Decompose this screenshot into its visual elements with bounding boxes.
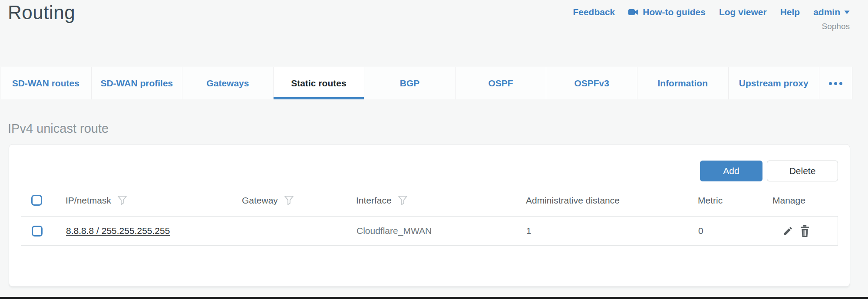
edit-icon[interactable] (782, 226, 793, 237)
video-camera-icon (628, 9, 639, 16)
interface-cell: Cloudflare_MWAN (356, 226, 526, 236)
feedback-link[interactable]: Feedback (573, 7, 615, 17)
tab-label: SD-WAN routes (12, 78, 79, 89)
table-header-row: IP/netmask Gateway Interface (21, 184, 838, 216)
user-menu[interactable]: admin (813, 7, 850, 17)
tab-label: SD-WAN profiles (100, 78, 173, 89)
brand-label: Sophos (822, 22, 850, 31)
filter-icon[interactable] (284, 195, 294, 205)
tab-label: Static routes (291, 78, 346, 89)
admin-distance-cell: 1 (526, 226, 698, 236)
tab-ospf[interactable]: OSPF (455, 67, 546, 99)
add-button[interactable]: Add (700, 161, 762, 181)
tab-gateways[interactable]: Gateways (182, 67, 273, 99)
column-header-manage: Manage (772, 195, 805, 206)
tab-sd-wan-routes[interactable]: SD-WAN routes (0, 67, 91, 99)
user-menu-label: admin (813, 7, 840, 17)
more-tabs-icon (829, 82, 842, 85)
column-header-metric: Metric (698, 195, 723, 206)
trash-icon[interactable] (799, 225, 810, 237)
ip-netmask-link[interactable]: 8.8.8.8 / 255.255.255.255 (66, 226, 170, 236)
column-header-admin-distance: Administrative distance (526, 195, 620, 206)
table-actions: Add Delete (700, 161, 838, 181)
routes-table: IP/netmask Gateway Interface (21, 184, 838, 246)
howto-guides-link[interactable]: How-to guides (628, 7, 706, 17)
help-link[interactable]: Help (780, 7, 800, 17)
help-label: Help (780, 7, 800, 17)
tab-bgp[interactable]: BGP (364, 67, 455, 99)
tab-label: OSPF (488, 78, 513, 89)
more-tabs-button[interactable] (819, 67, 852, 99)
tab-label: Upstream proxy (739, 78, 809, 89)
screen-bottom-edge (0, 297, 868, 299)
delete-button[interactable]: Delete (767, 161, 838, 181)
row-checkbox[interactable] (32, 226, 43, 237)
filter-icon[interactable] (398, 195, 408, 205)
section-heading: IPv4 unicast route (8, 122, 109, 136)
column-header-interface: Interface (356, 195, 392, 206)
tab-label: Gateways (206, 78, 249, 89)
manage-cell (773, 225, 838, 237)
table-row: 8.8.8.8 / 255.255.255.255 Cloudflare_MWA… (21, 216, 838, 246)
howto-guides-label: How-to guides (643, 7, 706, 17)
column-header-ip-netmask: IP/netmask (66, 195, 111, 206)
page-title: Routing (8, 2, 75, 23)
log-viewer-link[interactable]: Log viewer (719, 7, 767, 17)
tab-upstream-proxy[interactable]: Upstream proxy (728, 67, 819, 99)
routing-page: Routing Feedback How-to guides Log viewe… (0, 0, 868, 299)
tab-ospfv3[interactable]: OSPFv3 (546, 67, 637, 99)
tab-sd-wan-profiles[interactable]: SD-WAN profiles (91, 67, 182, 99)
utility-nav: Feedback How-to guides Log viewer Help a… (573, 7, 850, 17)
routes-card: Add Delete IP/netmask Gateway (9, 144, 850, 287)
metric-cell: 0 (698, 226, 773, 236)
caret-down-icon (844, 10, 850, 14)
tab-label: Information (657, 78, 708, 89)
select-all-checkbox[interactable] (31, 195, 42, 206)
column-header-gateway: Gateway (242, 195, 278, 206)
log-viewer-label: Log viewer (719, 7, 767, 17)
tab-information[interactable]: Information (637, 67, 728, 99)
filter-icon[interactable] (117, 195, 127, 205)
feedback-label: Feedback (573, 7, 615, 17)
tab-bar: SD-WAN routes SD-WAN profiles Gateways S… (0, 67, 852, 99)
tab-static-routes[interactable]: Static routes (273, 67, 364, 99)
tab-label: OSPFv3 (574, 78, 609, 89)
tab-label: BGP (400, 78, 420, 89)
